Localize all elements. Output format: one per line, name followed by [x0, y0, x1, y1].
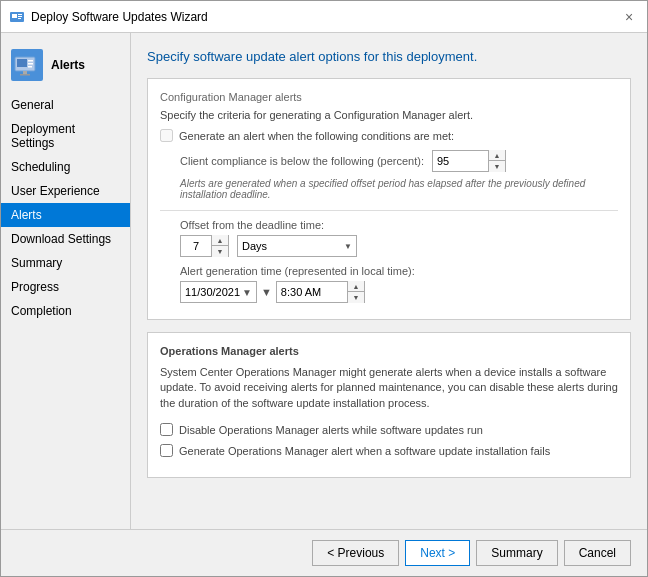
offset-spin-down[interactable]: ▼ [212, 246, 228, 257]
generate-alert-label: Generate an alert when the following con… [179, 130, 454, 142]
divider [160, 210, 618, 211]
alert-time-spin-down[interactable]: ▼ [348, 292, 364, 303]
svg-rect-10 [23, 71, 27, 74]
sidebar-item-deployment-settings[interactable]: Deployment Settings [1, 117, 130, 155]
alert-time-label: Alert generation time (represented in lo… [160, 265, 618, 277]
compliance-label: Client compliance is below the following… [180, 155, 424, 167]
offset-spin-up[interactable]: ▲ [212, 235, 228, 246]
svg-rect-11 [20, 74, 30, 76]
deploy-wizard-window: Deploy Software Updates Wizard × [0, 0, 648, 577]
generate-ops-alert-label: Generate Operations Manager alert when a… [179, 445, 550, 457]
main-area: Specify software update alert options fo… [131, 33, 647, 529]
generate-ops-alert-checkbox[interactable] [160, 444, 173, 457]
offset-spin: ▲ ▼ [211, 235, 228, 257]
offset-value-input[interactable] [181, 236, 211, 256]
svg-rect-2 [18, 14, 22, 15]
sidebar-item-general[interactable]: General [1, 93, 130, 117]
sidebar-item-download-settings[interactable]: Download Settings [1, 227, 130, 251]
compliance-value-input[interactable] [433, 151, 488, 171]
svg-rect-7 [28, 60, 33, 62]
disable-ops-alerts-label: Disable Operations Manager alerts while … [179, 424, 483, 436]
sidebar-item-scheduling[interactable]: Scheduling [1, 155, 130, 179]
svg-rect-1 [12, 14, 17, 18]
title-bar: Deploy Software Updates Wizard × [1, 1, 647, 33]
compliance-input-group: ▲ ▼ [432, 150, 506, 172]
sidebar-item-progress[interactable]: Progress [1, 275, 130, 299]
summary-button[interactable]: Summary [476, 540, 557, 566]
svg-rect-9 [28, 66, 32, 68]
alert-time-spin-up[interactable]: ▲ [348, 281, 364, 292]
cancel-button[interactable]: Cancel [564, 540, 631, 566]
next-button[interactable]: Next > [405, 540, 470, 566]
alert-time-field: ▲ ▼ [276, 281, 365, 303]
operations-manager-panel: Operations Manager alerts System Center … [147, 332, 631, 478]
compliance-field-row: Client compliance is below the following… [160, 150, 618, 172]
compliance-spin-up[interactable]: ▲ [489, 150, 505, 161]
config-desc: Specify the criteria for generating a Co… [160, 109, 618, 121]
offset-row: ▲ ▼ Days ▼ [160, 235, 618, 257]
calendar-icon: ▼ [242, 287, 252, 298]
compliance-note: Alerts are generated when a specified of… [160, 178, 618, 200]
sidebar-item-completion[interactable]: Completion [1, 299, 130, 323]
datetime-row: 11/30/2021 ▼ ▼ ▲ ▼ [160, 281, 618, 303]
compliance-spin-down[interactable]: ▼ [489, 161, 505, 172]
sidebar-header-label: Alerts [51, 58, 85, 72]
title-text: Deploy Software Updates Wizard [31, 10, 208, 24]
close-button[interactable]: × [619, 7, 639, 27]
svg-rect-6 [17, 59, 27, 67]
sidebar-item-alerts[interactable]: Alerts [1, 203, 130, 227]
disable-ops-alerts-checkbox[interactable] [160, 423, 173, 436]
main-content: Alerts General Deployment Settings Sched… [1, 33, 647, 529]
alert-date-field[interactable]: 11/30/2021 ▼ [180, 281, 257, 303]
footer: < Previous Next > Summary Cancel [1, 529, 647, 576]
alert-time-spin: ▲ ▼ [347, 281, 364, 303]
offset-unit-select[interactable]: Days ▼ [237, 235, 357, 257]
offset-input-group: ▲ ▼ [180, 235, 229, 257]
svg-rect-3 [18, 16, 22, 17]
sidebar: Alerts General Deployment Settings Sched… [1, 33, 131, 529]
disable-ops-alerts-row: Disable Operations Manager alerts while … [160, 423, 618, 436]
sidebar-header: Alerts [1, 41, 130, 93]
offset-label: Offset from the deadline time: [160, 219, 618, 231]
generate-alert-checkbox[interactable] [160, 129, 173, 142]
offset-unit-arrow-icon: ▼ [336, 242, 352, 251]
datetime-separator: ▼ [261, 286, 272, 298]
page-title: Specify software update alert options fo… [147, 49, 631, 64]
svg-rect-8 [28, 63, 33, 65]
sidebar-item-user-experience[interactable]: User Experience [1, 179, 130, 203]
title-bar-left: Deploy Software Updates Wizard [9, 9, 208, 25]
previous-button[interactable]: < Previous [312, 540, 399, 566]
compliance-spin: ▲ ▼ [488, 150, 505, 172]
wizard-icon [9, 9, 25, 25]
ops-desc: System Center Operations Manager might g… [160, 365, 618, 411]
alert-date-value: 11/30/2021 [185, 286, 240, 298]
svg-rect-4 [18, 18, 21, 19]
sidebar-header-icon [11, 49, 43, 81]
generate-ops-alert-row: Generate Operations Manager alert when a… [160, 444, 618, 457]
offset-unit-value: Days [242, 240, 267, 252]
generate-alert-checkbox-row: Generate an alert when the following con… [160, 129, 618, 142]
alert-time-input[interactable] [277, 282, 347, 302]
config-section-title: Configuration Manager alerts [160, 91, 618, 103]
ops-section-title: Operations Manager alerts [160, 345, 618, 357]
config-manager-panel: Configuration Manager alerts Specify the… [147, 78, 631, 320]
sidebar-item-summary[interactable]: Summary [1, 251, 130, 275]
